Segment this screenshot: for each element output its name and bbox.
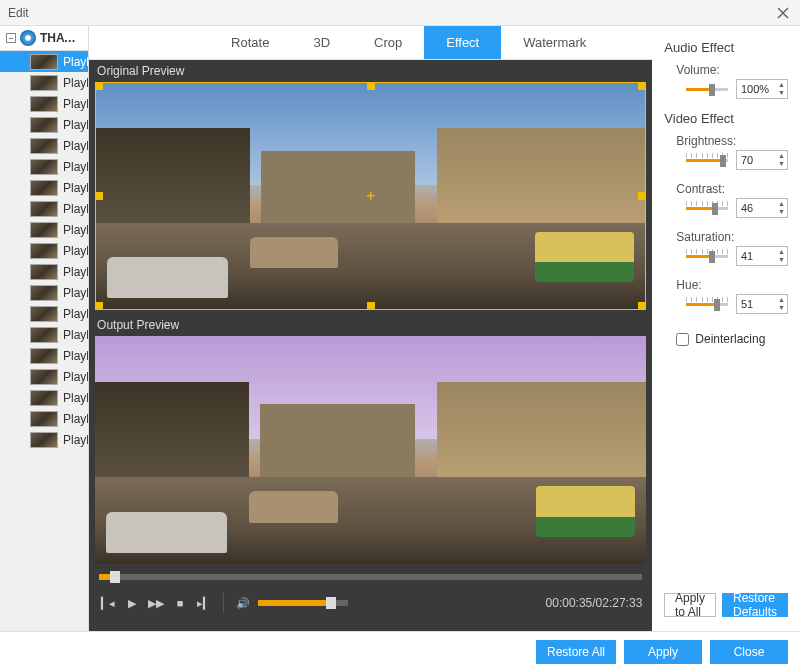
window-title: Edit — [8, 6, 774, 20]
contrast-slider[interactable] — [686, 201, 728, 215]
playlist-label: Playlist_309 — [63, 349, 89, 363]
playlist-item[interactable]: Playlist_304 — [0, 198, 88, 219]
playlist-label: Playlist_400 — [63, 307, 89, 321]
thumbnail — [30, 390, 58, 406]
thumbnail — [30, 96, 58, 112]
thumbnail — [30, 54, 58, 70]
volume-param-slider[interactable] — [686, 82, 728, 96]
video-effect-heading: Video Effect — [664, 111, 788, 126]
brightness-label: Brightness: — [676, 134, 788, 148]
playback-time: 00:00:35/02:27:33 — [546, 596, 643, 610]
close-icon[interactable] — [774, 4, 792, 22]
thumbnail — [30, 159, 58, 175]
original-preview[interactable]: + — [95, 82, 646, 310]
contrast-spinner[interactable]: 46▲▼ — [736, 198, 788, 218]
fast-forward-icon[interactable]: ▶▶ — [147, 594, 165, 612]
next-icon[interactable]: ▸▎ — [195, 594, 213, 612]
saturation-slider[interactable] — [686, 249, 728, 263]
playlist-item[interactable]: Playlist_308 — [0, 324, 88, 345]
thumbnail — [30, 222, 58, 238]
center-panel: Rotate 3D Crop Effect Watermark Original… — [89, 26, 652, 631]
footer: Restore All Apply Close — [0, 631, 800, 671]
playlist-label: Playlist_403 — [63, 160, 89, 174]
hue-spinner[interactable]: 51▲▼ — [736, 294, 788, 314]
playlist-item[interactable]: Playlist_801 — [0, 51, 88, 72]
playlist-label: Playlist_303 — [63, 139, 89, 153]
titlebar: Edit — [0, 0, 800, 26]
playlist-label: Playlist_404 — [63, 223, 89, 237]
playlist-label: Playlist_300 — [63, 286, 89, 300]
playlist-item[interactable]: Playlist_301 — [0, 240, 88, 261]
play-icon[interactable]: ▶ — [123, 594, 141, 612]
playlist-item[interactable]: Playlist_401 — [0, 261, 88, 282]
playlist-item[interactable]: Playlist_309 — [0, 345, 88, 366]
saturation-label: Saturation: — [676, 230, 788, 244]
restore-all-button[interactable]: Restore All — [536, 640, 616, 664]
original-preview-label: Original Preview — [89, 60, 652, 82]
tab-rotate[interactable]: Rotate — [209, 26, 291, 59]
tree-root[interactable]: − THAT_THING... — [0, 26, 88, 51]
preview-area: Original Preview + Output Preview — [89, 60, 652, 631]
playlist-item[interactable]: Playlist_305 — [0, 177, 88, 198]
playlist-item[interactable]: Playlist_300 — [0, 282, 88, 303]
effect-panel: Audio Effect Volume: 100%▲▼ Video Effect… — [652, 26, 800, 631]
brightness-spinner[interactable]: 70▲▼ — [736, 150, 788, 170]
playlist-label: Playlist_401 — [63, 265, 89, 279]
thumbnail — [30, 75, 58, 91]
thumbnail — [30, 369, 58, 385]
hue-slider[interactable] — [686, 297, 728, 311]
volume-spinner[interactable]: 100%▲▼ — [736, 79, 788, 99]
tab-effect[interactable]: Effect — [424, 26, 501, 59]
playlist-item[interactable]: Playlist_122 — [0, 429, 88, 450]
deinterlacing-checkbox[interactable] — [676, 333, 689, 346]
volume-icon[interactable]: 🔊 — [234, 594, 252, 612]
playlist-item[interactable]: Playlist_123 — [0, 408, 88, 429]
thumbnail — [30, 201, 58, 217]
apply-to-all-button[interactable]: Apply to All — [664, 593, 716, 617]
playlist-label: Playlist_307 — [63, 370, 89, 384]
playlist-sidebar: − THAT_THING... Playlist_801Playlist_800… — [0, 26, 89, 631]
thumbnail — [30, 432, 58, 448]
thumbnail — [30, 411, 58, 427]
playlist-item[interactable]: Playlist_306 — [0, 387, 88, 408]
playlist-item[interactable]: Playlist_404 — [0, 219, 88, 240]
thumbnail — [30, 285, 58, 301]
playlist-label: Playlist_308 — [63, 328, 89, 342]
prev-icon[interactable]: ▎◂ — [99, 594, 117, 612]
apply-button[interactable]: Apply — [624, 640, 702, 664]
disc-title: THAT_THING... — [40, 31, 82, 45]
tab-3d[interactable]: 3D — [291, 26, 352, 59]
volume-label: Volume: — [676, 63, 788, 77]
playlist-item[interactable]: Playlist_402 — [0, 114, 88, 135]
thumbnail — [30, 138, 58, 154]
playlist-label: Playlist_402 — [63, 118, 89, 132]
crosshair-icon[interactable]: + — [366, 187, 375, 205]
playlist-item[interactable]: Playlist_307 — [0, 366, 88, 387]
playlist-label: Playlist_800 — [63, 76, 89, 90]
stop-icon[interactable]: ■ — [171, 594, 189, 612]
audio-effect-heading: Audio Effect — [664, 40, 788, 55]
thumbnail — [30, 180, 58, 196]
playlist-item[interactable]: Playlist_403 — [0, 156, 88, 177]
brightness-slider[interactable] — [686, 153, 728, 167]
collapse-icon[interactable]: − — [6, 33, 16, 43]
tab-crop[interactable]: Crop — [352, 26, 424, 59]
playlist-label: Playlist_301 — [63, 244, 89, 258]
thumbnail — [30, 264, 58, 280]
volume-slider[interactable] — [258, 600, 348, 606]
seek-bar[interactable] — [99, 574, 642, 580]
thumbnail — [30, 117, 58, 133]
playlist-item[interactable]: Playlist_302 — [0, 93, 88, 114]
close-button[interactable]: Close — [710, 640, 788, 664]
contrast-label: Contrast: — [676, 182, 788, 196]
tab-watermark[interactable]: Watermark — [501, 26, 608, 59]
tab-bar: Rotate 3D Crop Effect Watermark — [89, 26, 652, 60]
playlist-label: Playlist_123 — [63, 412, 89, 426]
restore-defaults-button[interactable]: Restore Defaults — [722, 593, 788, 617]
disc-icon — [20, 30, 36, 46]
playlist-item[interactable]: Playlist_303 — [0, 135, 88, 156]
playlist-label: Playlist_306 — [63, 391, 89, 405]
playlist-item[interactable]: Playlist_400 — [0, 303, 88, 324]
playlist-item[interactable]: Playlist_800 — [0, 72, 88, 93]
saturation-spinner[interactable]: 41▲▼ — [736, 246, 788, 266]
